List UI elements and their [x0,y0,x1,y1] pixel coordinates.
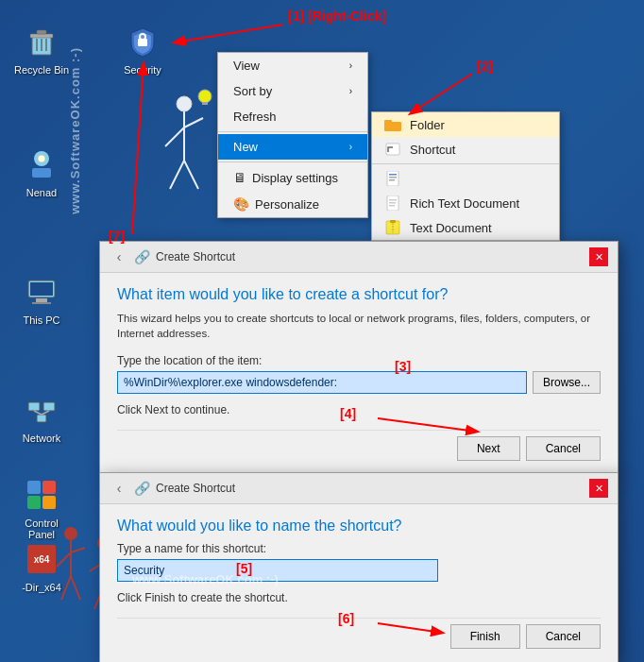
context-menu: View › Sort by › Refresh New › 🖥 Display… [217,52,368,218]
this-pc-icon [23,273,60,311]
shortcut-icon [383,142,402,157]
svg-point-26 [177,96,192,111]
watermark-bottom: www.SoftwareOK.com :-) [132,572,279,586]
sort-by-arrow-icon: › [349,86,352,96]
svg-rect-14 [43,402,55,411]
svg-rect-47 [384,120,392,124]
svg-rect-1 [30,34,53,38]
svg-line-36 [57,552,71,567]
separator-2 [218,161,367,162]
svg-line-39 [71,576,80,600]
svg-point-32 [198,90,212,103]
dialog1-hint: Click Next to continue. [117,403,601,416]
submenu-item-compressed[interactable]: Text Document [372,215,559,240]
desktop-icon-recycle-bin[interactable]: Recycle Bin [8,19,76,79]
view-arrow-icon: › [349,60,352,71]
watermark-left: www.SoftwareOK.com :-) [68,47,82,214]
folder-icon [383,117,402,132]
svg-rect-15 [37,415,46,422]
svg-rect-58 [390,220,396,223]
svg-line-38 [61,576,71,600]
personalize-icon: 🎨 [233,196,249,212]
desktop-icon-nenad[interactable]: Nenad [8,142,76,202]
wizard-figure [146,85,222,230]
dialog1-description: This wizard helps you to create shortcut… [117,311,601,341]
annotation-1-label: [1] [Right-Click] [288,8,386,24]
security-icon [124,23,161,60]
svg-line-37 [71,548,85,552]
context-menu-item-refresh[interactable]: Refresh [218,104,367,129]
annotation-2-label: [2] [477,59,493,74]
svg-rect-12 [32,302,51,304]
svg-line-29 [184,118,203,127]
svg-line-64 [132,64,144,234]
svg-rect-20 [27,496,41,509]
context-menu-item-display-settings[interactable]: 🖥 Display settings [218,164,367,191]
network-label: Network [23,433,60,444]
create-shortcut-dialog-1: ‹ 🔗 Create Shortcut ✕ What item would yo… [99,241,619,475]
dialog2-finish-button[interactable]: Finish [450,624,520,649]
svg-rect-54 [389,199,397,201]
dialog1-input-row: Browse... [117,371,601,394]
dialog2-heading: What would you like to name the shortcut… [117,518,601,535]
context-menu-item-personalize[interactable]: 🎨 Personalize [218,191,367,217]
security-label: Security [124,64,161,76]
submenu-item-folder[interactable]: Folder [372,112,559,137]
dialog2-close-button[interactable]: ✕ [589,479,608,498]
svg-rect-13 [28,402,40,411]
submenu-new: Folder Shortcut [371,111,560,241]
svg-rect-50 [389,174,397,176]
dialog2-footer: Finish Cancel [117,618,601,649]
display-settings-icon: 🖥 [233,170,246,185]
network-icon [23,391,60,429]
submenu-item-text-doc[interactable]: Rich Text Document [372,191,559,215]
recycle-bin-label: Recycle Bin [14,64,69,76]
dialog1-wizard-icon: 🔗 [134,249,150,264]
desktop-icon-security[interactable]: Security [109,19,177,79]
context-menu-item-view[interactable]: View › [218,53,367,78]
svg-rect-18 [27,481,41,494]
dialog2-title: Create Shortcut [156,482,235,495]
dialog1-back-button[interactable]: ‹ [110,247,128,266]
desktop-icon-this-pc[interactable]: This PC [8,269,76,330]
dialog1-next-button[interactable]: Next [457,436,520,461]
context-menu-item-new[interactable]: New › [218,134,367,160]
svg-rect-10 [30,282,53,296]
svg-rect-51 [389,177,397,178]
dialog2-field-label: Type a name for this shortcut: [117,542,601,555]
svg-rect-52 [389,179,395,181]
svg-rect-11 [36,298,47,302]
submenu-item-shortcut[interactable]: Shortcut [372,137,559,161]
context-menu-item-sort-by[interactable]: Sort by › [218,78,367,104]
dialog1-browse-button[interactable]: Browse... [533,371,601,394]
create-shortcut-dialog-2: ‹ 🔗 Create Shortcut ✕ What would you lik… [99,472,619,662]
nenad-label: Nenad [26,187,57,198]
recycle-bin-icon [23,23,60,60]
svg-rect-19 [42,481,56,494]
dialog2-back-button[interactable]: ‹ [110,479,128,498]
svg-line-31 [184,161,198,189]
svg-line-28 [165,127,184,146]
dialog1-heading: What item would you like to create a sho… [117,286,601,303]
dialog2-cancel-button[interactable]: Cancel [526,624,601,649]
nenad-icon [23,145,60,183]
dialog2-wizard-icon: 🔗 [134,481,150,496]
desktop-icon-network[interactable]: Network [8,387,76,448]
dialog1-title: Create Shortcut [156,250,235,263]
svg-point-34 [64,527,77,540]
svg-line-17 [42,411,49,415]
dialog1-location-input[interactable] [117,371,527,394]
dialog1-close-button[interactable]: ✕ [589,247,608,266]
svg-line-61 [411,74,472,113]
svg-line-60 [175,25,283,42]
new-arrow-icon: › [349,142,352,152]
this-pc-label: This PC [23,314,59,326]
svg-rect-56 [389,205,395,207]
dialog1-field-label: Type the location of the item: [117,354,601,367]
dialog1-titlebar: ‹ 🔗 Create Shortcut ✕ [100,242,618,273]
submenu-item-rich-text[interactable] [372,166,559,191]
desktop: Recycle Bin Nenad This PC [0,0,644,662]
rich-text-icon [383,171,402,186]
dialog1-cancel-button[interactable]: Cancel [526,436,601,461]
svg-rect-7 [32,168,51,178]
